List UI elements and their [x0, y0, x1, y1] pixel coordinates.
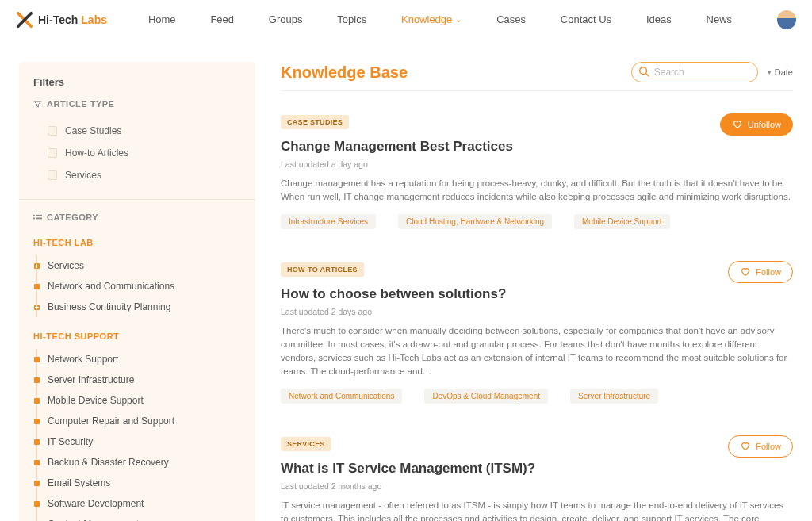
tag-list: Network and CommunicationsDevOps & Cloud… — [281, 389, 793, 404]
nav-item-contact-us[interactable]: Contact Us — [561, 13, 611, 25]
nav-item-ideas[interactable]: Ideas — [646, 13, 672, 25]
tag[interactable]: Infrastructure Services — [281, 214, 376, 229]
filters-sidebar: Filters ARTICLE TYPE Case StudiesHow-to … — [19, 62, 255, 521]
category-label: CATEGORY — [33, 213, 241, 222]
article-description: There's much to consider when manually d… — [281, 324, 793, 379]
tree-item-label: IT Security — [48, 436, 93, 447]
category-group-title: HI-TECH SUPPORT — [19, 331, 255, 349]
nav-item-news[interactable]: News — [707, 13, 733, 25]
tree-item[interactable]: Computer Repair and Support — [19, 411, 255, 431]
tree-item[interactable]: Services — [19, 255, 255, 276]
checkbox[interactable] — [48, 170, 57, 180]
tree-item[interactable]: Business Continuity Planning — [19, 297, 255, 317]
article-meta: Last updated 2 months ago — [281, 481, 793, 491]
heart-icon — [740, 440, 751, 453]
filter-services[interactable]: Services — [33, 164, 241, 186]
filter-icon — [33, 100, 42, 109]
tree-item[interactable]: Software Development — [19, 493, 255, 514]
filter-label: Case Studies — [65, 125, 121, 136]
follow-label: Follow — [756, 442, 781, 451]
expand-icon[interactable] — [34, 305, 40, 310]
follow-label: Follow — [756, 267, 781, 277]
tag[interactable]: Mobile Device Support — [574, 214, 670, 229]
expand-icon[interactable] — [34, 263, 40, 269]
sort-dropdown[interactable]: ▾ Date — [768, 67, 793, 77]
article-card: SERVICESFollowWhat is IT Service Managem… — [281, 435, 793, 522]
tree-item[interactable]: Content Management — [19, 514, 255, 521]
tree-item[interactable]: Network and Communications — [19, 276, 255, 297]
tag-list: Infrastructure ServicesCloud Hosting, Ha… — [281, 214, 793, 229]
filter-case-studies[interactable]: Case Studies — [33, 120, 241, 142]
category-group-title: HI-TECH LAB — [19, 238, 255, 255]
article-card: CASE STUDIESUnfollowChange Management Be… — [281, 113, 793, 229]
nav-item-cases[interactable]: Cases — [496, 13, 526, 25]
list-icon — [33, 213, 42, 222]
tree-item-label: Services — [48, 260, 84, 271]
main-content: Knowledge Base ▾ Date CASE STUDIESUnfoll… — [281, 62, 793, 521]
bullet-icon — [34, 419, 40, 424]
bullet-icon — [34, 357, 40, 362]
article-meta: Last updated a day ago — [281, 159, 793, 169]
logo-text-2: Labs — [81, 13, 107, 26]
article-type-label: ARTICLE TYPE — [33, 99, 241, 109]
search-input[interactable] — [631, 62, 758, 82]
article-meta: Last updated 2 days ago — [281, 307, 793, 316]
avatar[interactable] — [777, 10, 796, 29]
bullet-icon — [34, 481, 40, 486]
tree-item[interactable]: IT Security — [19, 431, 255, 452]
nav-item-groups[interactable]: Groups — [269, 13, 303, 25]
logo-icon — [16, 11, 33, 29]
tree-item-label: Mobile Device Support — [48, 395, 144, 406]
follow-button[interactable]: Follow — [728, 261, 793, 283]
tag[interactable]: Cloud Hosting, Hardware & Networking — [398, 214, 552, 229]
tag[interactable]: Network and Communications — [281, 389, 402, 404]
checkbox[interactable] — [48, 126, 57, 136]
tree-item-label: Server Infrastructure — [48, 374, 134, 385]
tree-item[interactable]: Email Systems — [19, 473, 255, 493]
logo[interactable]: Hi-Tech Labs — [16, 11, 107, 29]
nav-item-topics[interactable]: Topics — [337, 13, 366, 25]
tree-item[interactable]: Mobile Device Support — [19, 390, 255, 411]
type-badge: HOW-TO ARTICLES — [281, 262, 364, 277]
tree-item-label: Backup & Disaster Recovery — [48, 457, 169, 468]
svg-line-5 — [645, 74, 649, 77]
tag[interactable]: Server Infrastructure — [570, 389, 658, 404]
tree-item[interactable]: Network Support — [19, 349, 255, 370]
heart-icon — [732, 118, 743, 131]
chevron-down-icon: ▾ — [768, 68, 772, 76]
nav-item-knowledge[interactable]: Knowledge⌄ — [401, 13, 462, 25]
filter-how-to-articles[interactable]: How-to Articles — [33, 142, 241, 164]
filter-label: How-to Articles — [65, 147, 128, 159]
logo-text-1: Hi-Tech — [38, 13, 78, 26]
svg-rect-2 — [33, 217, 35, 219]
article-card: HOW-TO ARTICLESFollowHow to choose betwe… — [281, 261, 793, 404]
article-title[interactable]: What is IT Service Management (ITSM)? — [281, 461, 793, 477]
heart-icon — [740, 266, 751, 278]
tree-item[interactable]: Server Infrastructure — [19, 370, 255, 390]
nav-item-feed[interactable]: Feed — [210, 13, 234, 25]
follow-button[interactable]: Follow — [728, 435, 793, 458]
follow-label: Unfollow — [748, 120, 781, 129]
tree-item[interactable]: Backup & Disaster Recovery — [19, 452, 255, 473]
divider — [19, 199, 255, 200]
top-nav: Hi-Tech Labs HomeFeedGroupsTopicsKnowled… — [0, 0, 812, 40]
svg-rect-0 — [33, 214, 35, 216]
bullet-icon — [34, 377, 40, 383]
filters-heading: Filters — [19, 76, 255, 99]
type-badge: CASE STUDIES — [281, 115, 349, 129]
tree-item-label: Business Continuity Planning — [48, 301, 170, 312]
svg-rect-3 — [36, 217, 42, 219]
unfollow-button[interactable]: Unfollow — [720, 113, 793, 136]
nav-item-home[interactable]: Home — [148, 13, 176, 25]
checkbox[interactable] — [48, 148, 57, 158]
article-description: Change management has a reputation for b… — [281, 177, 793, 205]
category-tree: ServicesNetwork and CommunicationsBusine… — [19, 255, 255, 317]
article-title[interactable]: How to choose between solutions? — [281, 286, 793, 302]
article-title[interactable]: Change Management Best Practices — [281, 139, 793, 155]
bullet-icon — [34, 398, 40, 404]
tree-item-label: Computer Repair and Support — [48, 416, 174, 427]
chevron-down-icon: ⌄ — [455, 15, 462, 24]
bullet-icon — [34, 284, 40, 289]
article-description: IT service management - often referred t… — [281, 499, 793, 522]
tag[interactable]: DevOps & Cloud Management — [424, 389, 548, 404]
